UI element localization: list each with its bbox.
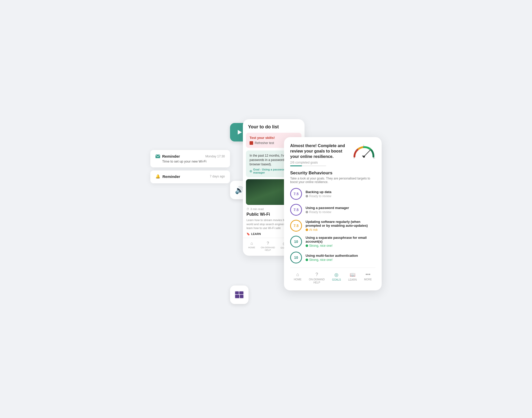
envelope-icon bbox=[155, 155, 160, 158]
goals-boost-text: Almost there! Complete and review your g… bbox=[290, 143, 348, 166]
svg-text:5: 5 bbox=[363, 145, 364, 146]
bell-icon: 🔔 bbox=[155, 174, 160, 179]
svg-text:8: 8 bbox=[362, 155, 363, 157]
sound-icon: 🔊 bbox=[235, 186, 244, 194]
quiz-icon bbox=[250, 141, 253, 145]
goals-progress-bar bbox=[290, 165, 326, 166]
goals-progress-label: 2/6 completed goals bbox=[290, 161, 348, 164]
gallery-icon bbox=[235, 291, 244, 299]
score-backup: 7.5 bbox=[290, 188, 302, 200]
goals-goals-icon: ◎ bbox=[334, 272, 338, 278]
svg-text:2: 2 bbox=[356, 149, 357, 151]
goals-boost-section: Almost there! Complete and review your g… bbox=[290, 143, 375, 166]
todo-nav-help[interactable]: ? ON-DEMANDHELP bbox=[261, 241, 275, 252]
goals-more-icon: ••• bbox=[365, 272, 370, 277]
behaviour-item-software: 7.5 Updating software regularly (when pr… bbox=[290, 220, 375, 232]
svg-text:8: 8 bbox=[370, 147, 371, 149]
behaviour-status-password: Ready to review bbox=[306, 210, 349, 214]
svg-point-8 bbox=[363, 156, 365, 158]
status-dot-green-2 bbox=[306, 259, 308, 261]
goals-home-icon: ⌂ bbox=[296, 272, 299, 277]
goals-boost-title: Almost there! Complete and review your g… bbox=[290, 143, 348, 159]
status-dot-green-1 bbox=[306, 244, 308, 247]
behaviour-info-mfa: Using multi-factor authentication Strong… bbox=[306, 254, 358, 262]
score-mfa: 10 bbox=[290, 252, 302, 263]
goals-learn-icon: 📖 bbox=[350, 272, 355, 278]
help-icon: ? bbox=[267, 241, 269, 246]
notification-card-bell: 🔔 Reminder 7 days ago bbox=[150, 170, 230, 183]
behaviour-info-password: Using a password manager Ready to review bbox=[306, 206, 349, 214]
svg-text:10: 10 bbox=[373, 157, 375, 159]
goals-progress-fill bbox=[290, 165, 302, 166]
score-software: 7.5 bbox=[290, 220, 302, 232]
goals-nav-learn[interactable]: 📖 LEARN bbox=[348, 272, 357, 284]
play-icon bbox=[236, 129, 243, 136]
gallery-bubble[interactable] bbox=[230, 286, 249, 304]
svg-rect-4 bbox=[239, 291, 243, 294]
behaviour-item-backup: 7.5 Backing up data Ready to review bbox=[290, 188, 375, 200]
behaviour-item-email: 10 Using a separate passphrase for email… bbox=[290, 236, 375, 248]
goals-nav-more[interactable]: ••• MORE bbox=[364, 272, 372, 284]
behaviour-item-password: 7.5 Using a password manager Ready to re… bbox=[290, 204, 375, 216]
home-icon: ⌂ bbox=[250, 241, 253, 246]
behaviour-info-software: Updating software regularly (when prompt… bbox=[306, 220, 375, 232]
score-email: 10 bbox=[290, 236, 302, 248]
goals-nav-goals[interactable]: ◎ GOALS bbox=[332, 272, 341, 284]
scene: Reminder Monday 17:30 Time to set up you… bbox=[150, 109, 382, 309]
svg-line-7 bbox=[364, 150, 370, 157]
goal-icon: ◎ bbox=[250, 169, 252, 173]
behaviour-status-mfa: Strong, nice one! bbox=[306, 258, 358, 262]
status-dot-yellow bbox=[306, 229, 308, 231]
goals-nav-help[interactable]: ? ON-DEMANDHELP bbox=[309, 272, 325, 284]
notif-title-1: Reminder bbox=[155, 154, 180, 158]
score-password: 7.5 bbox=[290, 204, 302, 216]
todo-nav-home[interactable]: ⌂ HOME bbox=[248, 241, 255, 252]
svg-rect-6 bbox=[240, 295, 243, 298]
behaviour-item-mfa: 10 Using multi-factor authentication Str… bbox=[290, 252, 375, 263]
behaviour-status-email: Strong, nice one! bbox=[306, 244, 375, 248]
svg-marker-1 bbox=[238, 130, 242, 135]
security-title: Security Behaviours bbox=[290, 170, 375, 176]
behaviour-info-backup: Backing up data Ready to review bbox=[306, 190, 331, 198]
behaviour-status-backup: Ready to review bbox=[306, 194, 331, 198]
goals-help-icon: ? bbox=[316, 272, 318, 277]
status-dot-gray-2 bbox=[306, 211, 308, 213]
security-subtitle: Take a look at your goals. They are pers… bbox=[290, 177, 375, 184]
notif-title-2: 🔔 Reminder bbox=[155, 174, 180, 179]
svg-text:0: 0 bbox=[354, 157, 355, 159]
goals-nav-home[interactable]: ⌂ HOME bbox=[294, 272, 301, 284]
clock-icon: ⏱ bbox=[246, 207, 249, 211]
todo-title: Your to do list bbox=[243, 119, 305, 133]
svg-rect-3 bbox=[235, 291, 239, 294]
svg-rect-5 bbox=[235, 295, 239, 298]
behaviour-info-email: Using a separate passphrase for email ac… bbox=[306, 236, 375, 248]
bookmark-icon: 🔖 bbox=[246, 232, 250, 236]
behaviour-status-software: At risk bbox=[306, 228, 375, 232]
notification-card-email: Reminder Monday 17:30 Time to set up you… bbox=[150, 150, 230, 167]
gauge: 0 2 5 8 10 8 bbox=[352, 143, 375, 159]
goals-card: Almost there! Complete and review your g… bbox=[284, 137, 382, 290]
goals-nav: ⌂ HOME ? ON-DEMANDHELP ◎ GOALS 📖 LEARN •… bbox=[290, 268, 375, 284]
gauge-svg: 0 2 5 8 10 8 bbox=[352, 143, 375, 159]
status-dot-gray-1 bbox=[306, 195, 308, 197]
